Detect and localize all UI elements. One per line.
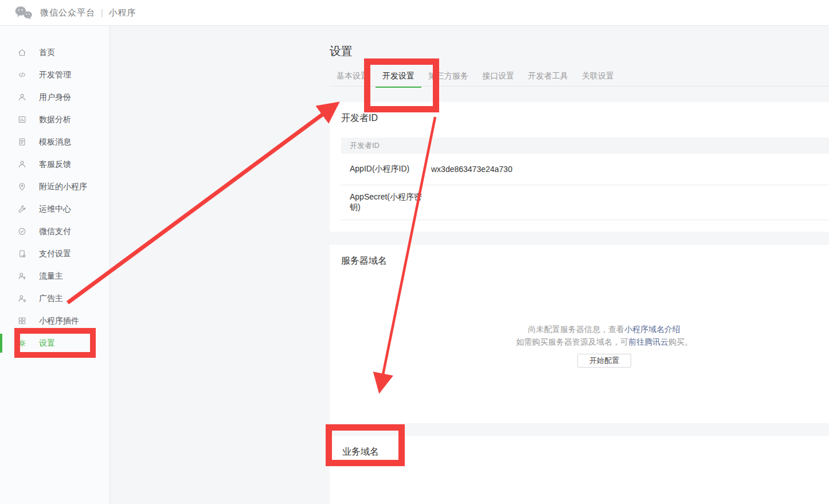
sidebar-item-ops-center[interactable]: 运维中心 — [0, 198, 110, 220]
tab-api-settings[interactable]: 接口设置 — [475, 71, 521, 88]
sidebar-item-user-identity[interactable]: 用户身份 — [0, 86, 110, 108]
sidebar-item-label: 支付设置 — [39, 249, 71, 259]
sidebar-item-advertiser[interactable]: 广告主 — [0, 287, 110, 310]
brand-title: 微信公众平台 — [40, 7, 95, 18]
table-row-appid: AppID(小程序ID) wx3de863473e24a730 — [341, 154, 829, 185]
business-domain-heading: 业务域名 — [342, 446, 379, 458]
page-title: 设置 — [330, 44, 353, 59]
notice-text: 如需购买服务器资源及域名，可 — [516, 337, 628, 346]
sidebar-item-miniprogram-plugin[interactable]: 小程序插件 — [0, 310, 110, 332]
user-icon — [17, 92, 27, 102]
sidebar-item-traffic-master[interactable]: 流量主 — [0, 265, 110, 287]
top-header-bar: 微信公众平台 | 小程序 — [0, 0, 829, 26]
notice-text: 购买。 — [668, 337, 693, 346]
server-domain-card: 服务器域名 尚未配置服务器信息，查看小程序域名介绍 如需购买服务器资源及域名，可… — [330, 245, 829, 423]
sidebar-item-payment-settings[interactable]: 支付设置 — [0, 243, 110, 265]
chart-icon — [17, 115, 27, 124]
sidebar-item-label: 用户身份 — [39, 92, 71, 103]
sidebar-item-label: 设置 — [39, 338, 55, 349]
sidebar-item-label: 小程序插件 — [39, 316, 79, 326]
sidebar-item-template-message[interactable]: 模板消息 — [0, 131, 110, 153]
code-icon — [17, 70, 27, 80]
sidebar-item-settings[interactable]: 设置 — [0, 332, 110, 354]
notice-text: 尚未配置服务器信息，查看 — [528, 325, 624, 334]
tab-development-settings[interactable]: 开发设置 — [376, 71, 421, 88]
sidebar-item-label: 模板消息 — [39, 137, 71, 147]
sidebar-item-label: 数据分析 — [39, 115, 71, 125]
product-title: 小程序 — [109, 7, 136, 18]
tab-basic-settings[interactable]: 基本设置 — [330, 71, 376, 88]
home-icon — [17, 48, 27, 57]
appid-value: wx3de863473e24a730 — [431, 165, 513, 174]
brand-separator: | — [101, 8, 103, 17]
gear-icon — [17, 338, 27, 348]
active-indicator-bar — [0, 334, 2, 353]
sidebar-item-label: 微信支付 — [39, 226, 71, 237]
sidebar-item-dev-manage[interactable]: 开发管理 — [0, 64, 110, 86]
developer-id-table: 开发者ID AppID(小程序ID) wx3de863473e24a730 Ap… — [341, 138, 829, 220]
sidebar-item-data-analysis[interactable]: 数据分析 — [0, 108, 110, 131]
sidebar-item-home[interactable]: 首页 — [0, 41, 110, 64]
developer-id-heading: 开发者ID — [341, 112, 378, 124]
table-header-label: 开发者ID — [350, 140, 380, 151]
sidebar-item-wechat-pay[interactable]: 微信支付 — [0, 220, 110, 243]
wechat-pay-icon — [17, 226, 27, 236]
table-row-appsecret: AppSecret(小程序密钥) — [341, 185, 829, 220]
traffic-user-icon — [17, 271, 27, 281]
payment-settings-icon — [17, 249, 27, 259]
appsecret-label: AppSecret(小程序密钥) — [350, 192, 431, 213]
server-domain-empty-state: 尚未配置服务器信息，查看小程序域名介绍 如需购买服务器资源及域名，可前往腾讯云购… — [404, 323, 805, 368]
feedback-user-icon — [17, 159, 27, 169]
start-configure-button[interactable]: 开始配置 — [577, 354, 631, 368]
tab-third-party-services[interactable]: 第三方服务 — [421, 71, 475, 88]
appid-label: AppID(小程序ID) — [350, 164, 431, 174]
developer-id-card: 开发者ID 开发者ID AppID(小程序ID) wx3de863473e24a… — [330, 102, 829, 232]
plugin-grid-icon — [17, 316, 27, 326]
advertiser-user-icon — [17, 294, 27, 303]
sidebar-item-label: 客服反馈 — [39, 159, 71, 170]
server-domain-heading: 服务器域名 — [341, 255, 387, 267]
wrench-icon — [17, 204, 27, 214]
location-pin-icon — [17, 182, 27, 192]
business-domain-card: 业务域名 — [330, 436, 829, 504]
settings-tabs: 基本设置 开发设置 第三方服务 接口设置 开发者工具 关联设置 — [330, 71, 621, 88]
table-header-row: 开发者ID — [341, 138, 829, 154]
notice-line-2: 如需购买服务器资源及域名，可前往腾讯云购买。 — [404, 335, 805, 348]
sidebar-item-label: 首页 — [39, 48, 55, 58]
sidebar-item-label: 运维中心 — [39, 204, 71, 214]
sidebar-item-label: 附近的小程序 — [39, 182, 87, 192]
sidebar-item-customer-feedback[interactable]: 客服反馈 — [0, 153, 110, 175]
sidebar: 首页 开发管理 用户身份 数据分析 模板消息 客服反馈 附近的小程序 运维中心 … — [0, 26, 110, 504]
tab-developer-tools[interactable]: 开发者工具 — [521, 71, 575, 88]
domain-intro-link[interactable]: 小程序域名介绍 — [624, 325, 681, 334]
sidebar-item-label: 广告主 — [39, 294, 63, 304]
tencent-cloud-link[interactable]: 前往腾讯云 — [628, 337, 668, 346]
sidebar-item-nearby-miniprogram[interactable]: 附近的小程序 — [0, 175, 110, 198]
tabs-divider — [330, 86, 829, 87]
wechat-logo-icon — [14, 5, 33, 21]
tab-linked-settings[interactable]: 关联设置 — [575, 71, 621, 88]
document-icon — [17, 137, 27, 147]
notice-line-1: 尚未配置服务器信息，查看小程序域名介绍 — [404, 323, 805, 335]
sidebar-item-label: 流量主 — [39, 271, 63, 282]
sidebar-item-label: 开发管理 — [39, 70, 71, 80]
